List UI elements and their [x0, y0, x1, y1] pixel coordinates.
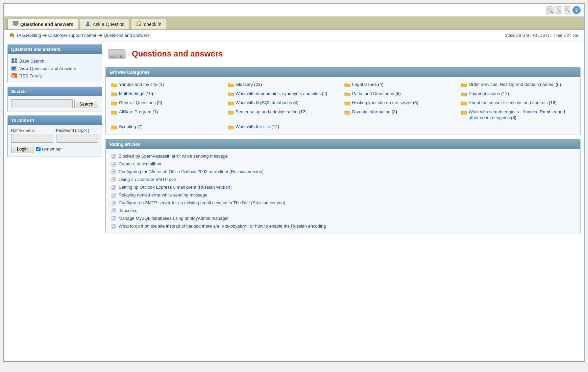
category-link[interactable]: Yandex and my site: [119, 82, 157, 87]
login-name-input[interactable]: [11, 134, 53, 143]
rating-item: .htaccess: [111, 207, 575, 215]
search-button[interactable]: Search: [74, 100, 98, 108]
category-link[interactable]: Affiliate Program: [119, 109, 151, 114]
category-link[interactable]: Work with subdomains, synonyms and sites: [236, 91, 321, 96]
breadcrumb-support[interactable]: Customer support center: [48, 33, 96, 38]
rating-article-link[interactable]: Using an alternate SMTP port: [119, 177, 176, 182]
folder-icon: [228, 124, 234, 130]
category-grid: Yandex and my site (1) Glossary (23) Leg…: [111, 82, 575, 130]
category-link[interactable]: Scripting: [119, 124, 136, 129]
search-input[interactable]: [11, 99, 73, 108]
category-link[interactable]: Legal Issues: [352, 82, 377, 87]
remember-label[interactable]: remember: [36, 146, 62, 152]
folder-icon: [228, 100, 234, 106]
help-icon[interactable]: ?: [572, 6, 581, 14]
document-icon: [111, 208, 117, 214]
folder-icon: [461, 91, 467, 97]
zoom-out-icon[interactable]: 🔍: [555, 6, 562, 14]
category-count: (8): [392, 109, 397, 114]
rating-article-link[interactable]: Configure an SMTP server for an existing…: [119, 200, 285, 205]
svg-rect-39: [113, 180, 115, 180]
svg-rect-59: [113, 219, 115, 219]
svg-rect-17: [12, 69, 15, 70]
svg-rect-55: [113, 211, 115, 211]
login-button[interactable]: Login: [11, 145, 33, 153]
page-header: Questions and answers: [105, 44, 581, 63]
category-link[interactable]: Domain Information: [352, 109, 390, 114]
top-toolbar: 🔍 🔍 🔍 ?: [4, 4, 584, 17]
rating-article-link[interactable]: .htaccess: [119, 208, 137, 213]
rating-articles-box: Rating articles Blocked by SpamAssassin …: [105, 139, 581, 234]
content-area: Questions and answers Browse Categories …: [105, 44, 581, 238]
category-count: (8): [413, 100, 418, 105]
tab-checkin[interactable]: check in: [131, 19, 166, 29]
tab-questions-answers[interactable]: Questions and answers: [7, 19, 78, 29]
rating-item: Blocked by SpamAssassin error while send…: [111, 153, 575, 160]
sidebar-qa-header: Questions and answers: [8, 45, 102, 54]
category-link[interactable]: Work with the site: [236, 124, 270, 129]
login-bottom: Login remember: [11, 145, 98, 153]
rating-article-link[interactable]: What to do if on the site instead of the…: [119, 224, 326, 229]
folder-icon: [111, 100, 117, 106]
login-password-group: Password (forgot ): [56, 128, 98, 143]
category-link[interactable]: General Questions: [119, 100, 155, 105]
search-row: Search: [11, 99, 98, 108]
rating-article-link[interactable]: Create a new mailbox: [119, 161, 161, 166]
breadcrumb: TAG.Hosting ➜ Customer support center ➜ …: [9, 32, 149, 39]
rating-item: Manage MySQL databases using phpMyAdmin …: [111, 215, 575, 223]
list-icon: [11, 66, 17, 71]
category-link[interactable]: Hosting your site on the server: [352, 100, 412, 105]
svg-rect-42: [113, 187, 115, 187]
svg-rect-7: [138, 23, 140, 24]
svg-rect-36: [113, 173, 114, 173]
svg-point-23: [120, 55, 122, 58]
breadcrumb-qa[interactable]: Questions and answers: [104, 33, 150, 38]
tab-ask-question-label: Ask a Question: [93, 22, 125, 27]
category-link[interactable]: Order services. Hosting and domain names…: [469, 82, 555, 87]
svg-rect-10: [11, 59, 14, 61]
svg-rect-44: [113, 188, 114, 189]
tab-ask-question[interactable]: Ask a Question: [80, 19, 130, 29]
toolbar-icons: 🔍 🔍 🔍 ?: [546, 6, 581, 14]
folder-icon: [344, 110, 350, 115]
svg-rect-35: [113, 172, 115, 172]
breadcrumb-home[interactable]: TAG.Hosting: [16, 33, 41, 38]
zoom-fit-icon[interactable]: 🔍: [564, 6, 571, 14]
rating-item: What to do if on the site instead of the…: [111, 223, 575, 230]
svg-rect-48: [113, 196, 114, 196]
document-icon: [111, 154, 117, 159]
category-item: Legal Issues (4): [344, 82, 458, 88]
person-icon: [85, 21, 91, 27]
rating-article-link[interactable]: Relaying denied error while sending mess…: [119, 192, 207, 197]
category-item: Mail Settings (19): [111, 91, 225, 97]
category-link[interactable]: About the console: sections and controls: [469, 100, 547, 105]
login-password-input[interactable]: [56, 134, 98, 143]
category-link[interactable]: Server setup and administration: [236, 109, 298, 114]
svg-rect-24: [110, 56, 116, 58]
rating-article-link[interactable]: Setting up Outlook Express 6 mail client…: [119, 185, 232, 190]
rating-article-link[interactable]: Blocked by SpamAssassin error while send…: [119, 154, 228, 159]
svg-rect-38: [113, 179, 115, 180]
rating-article-link[interactable]: Manage MySQL databases using phpMyAdmin …: [119, 216, 229, 221]
base-search-link[interactable]: Base Search: [19, 59, 44, 64]
rating-article-link[interactable]: Configuring the Microsoft Office Outlook…: [119, 169, 264, 174]
rating-item: Configure an SMTP server for an existing…: [111, 199, 575, 207]
svg-rect-56: [113, 212, 114, 212]
remember-checkbox[interactable]: [36, 147, 41, 151]
svg-rect-12: [11, 61, 14, 63]
svg-rect-0: [13, 21, 18, 25]
category-link[interactable]: Payment Issues: [469, 91, 500, 96]
breadcrumb-bar: TAG.Hosting ➜ Customer support center ➜ …: [4, 30, 584, 41]
zoom-in-icon[interactable]: 🔍: [546, 6, 554, 14]
category-link[interactable]: Mail Settings: [119, 91, 144, 96]
category-item: Work with MySQL databases (4): [228, 100, 342, 106]
category-link[interactable]: Paths and Directories: [352, 91, 394, 96]
category-link[interactable]: Work with MySQL databases: [236, 100, 292, 105]
rss-feeds-link[interactable]: RSS Feeds: [19, 73, 42, 78]
category-link[interactable]: Work with search engines - Yandex, Rambl…: [469, 109, 565, 120]
svg-rect-62: [113, 226, 115, 226]
svg-point-4: [86, 24, 90, 27]
view-qa-link[interactable]: View Questions and Answers: [19, 66, 76, 71]
category-link[interactable]: Glossary: [236, 82, 253, 87]
forgot-link[interactable]: forgot: [76, 128, 87, 133]
